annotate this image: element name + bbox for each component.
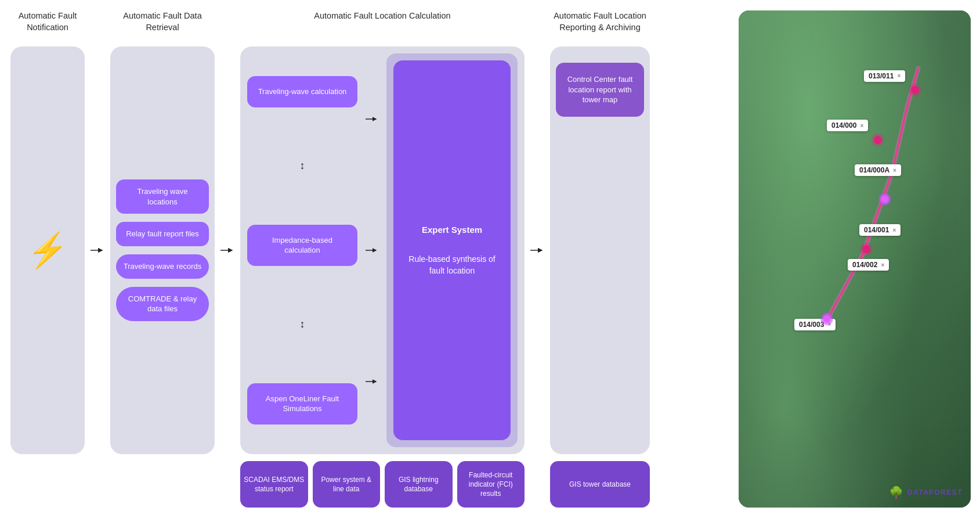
expert-system-title: Expert System xyxy=(422,224,482,236)
col2-data-retrieval: Automatic Fault Data Retrieval Traveling… xyxy=(110,10,215,454)
arrow-right-icon xyxy=(89,244,106,256)
arrow-2-3 xyxy=(219,10,236,454)
db-spacer1 xyxy=(10,461,85,508)
db-spacer-arrow3 xyxy=(529,461,545,508)
map-tag-013011: 013/011 × xyxy=(864,70,905,82)
bidirectional-arrow-1: ↕ xyxy=(300,160,305,172)
logo-text: DATAFOREST xyxy=(907,488,963,497)
db-box-4: GIS tower database xyxy=(550,461,650,508)
col4-reporting: Automatic Fault Location Reporting & Arc… xyxy=(550,10,650,454)
col4-box: Control Center fault location report wit… xyxy=(556,63,644,117)
db-spacer-arrow2 xyxy=(219,461,236,508)
col3-title: Automatic Fault Location Calculation xyxy=(314,10,450,41)
arrow-3-4 xyxy=(529,10,545,454)
col4-section: Control Center fault location report wit… xyxy=(550,46,650,454)
tag-label-014000a: 014/000A xyxy=(859,166,889,174)
col3-left-boxes: Traveling-wave calculation ↕ Impedance-b… xyxy=(247,53,357,447)
map-dot-glow-1 xyxy=(820,312,833,325)
dataforest-logo: 🌳 DATAFOREST xyxy=(889,485,963,499)
tag-label-014000: 014/000 xyxy=(831,121,856,130)
expert-system-desc: Rule-based synthesis of fault location xyxy=(404,253,500,277)
db-boxes-col4: GIS tower database xyxy=(550,461,650,508)
db-boxes-col3: SCADAI EMS/DMS status report Power syste… xyxy=(240,461,525,508)
diagram-area: Automatic Fault Notification ⚡ Automatic… xyxy=(10,10,734,508)
col2-box-3: COMTRADE & relay data files xyxy=(116,287,209,321)
tag-label-014002: 014/002 xyxy=(852,261,877,269)
lightning-icon: ⚡ xyxy=(26,232,69,268)
map-dot-glow-0 xyxy=(878,193,891,206)
tag-close-014002[interactable]: × xyxy=(881,262,884,268)
tree-icon: 🌳 xyxy=(889,485,904,499)
db-box-0: SCADAI EMS/DMS status report xyxy=(240,461,308,508)
col1-title: Automatic Fault Notification xyxy=(10,10,85,41)
col2-section: Traveling wave locations Relay fault rep… xyxy=(110,46,215,454)
col3-inner: Traveling-wave calculation ↕ Impedance-b… xyxy=(247,53,518,447)
col3-imp-calc: Impedance-based calculation xyxy=(247,225,357,266)
col2-box-1: Relay fault report files xyxy=(116,222,209,246)
map-dot-2 xyxy=(862,245,870,253)
database-row: SCADAI EMS/DMS status report Power syste… xyxy=(10,461,734,508)
map-dot-1 xyxy=(874,136,882,144)
arrow-1-2 xyxy=(89,10,106,454)
map-tag-014000a: 014/000A × xyxy=(855,164,901,176)
expert-system-container: Expert System Rule-based synthesis of fa… xyxy=(386,53,518,447)
map-tag-014000: 014/000 × xyxy=(827,120,868,131)
db-box-2: GIS lightning database xyxy=(385,461,453,508)
col1-section: ⚡ xyxy=(10,46,85,454)
col3-section: Traveling-wave calculation ↕ Impedance-b… xyxy=(240,46,525,454)
col2-box-2: Traveling-wave records xyxy=(116,254,209,279)
map-dot-0 xyxy=(911,86,919,94)
tag-label-013011: 013/011 xyxy=(869,72,894,80)
bidirectional-arrow-2: ↕ xyxy=(300,318,305,330)
tag-close-014000a[interactable]: × xyxy=(893,167,896,174)
col2-box-0: Traveling wave locations xyxy=(116,179,209,214)
tag-close-014001[interactable]: × xyxy=(892,227,896,233)
col4-title: Automatic Fault Location Reporting & Arc… xyxy=(550,10,650,41)
col2-title: Automatic Fault Data Retrieval xyxy=(110,10,215,41)
map-tag-014002: 014/002 × xyxy=(848,259,889,271)
arrow-right-icon-2 xyxy=(219,244,236,256)
col1-notification: Automatic Fault Notification ⚡ xyxy=(10,10,85,454)
db-spacer2 xyxy=(110,461,215,508)
tag-label-014001: 014/001 xyxy=(864,226,889,234)
db-box-3: Faulted-circuit indicator (FCI) results xyxy=(457,461,525,508)
col3-calculation: Automatic Fault Location Calculation Tra… xyxy=(240,10,525,454)
tag-close-014000[interactable]: × xyxy=(860,123,863,129)
db-box-1: Power system & line data xyxy=(313,461,381,508)
page-container: Automatic Fault Notification ⚡ Automatic… xyxy=(0,0,980,518)
tag-label-014003: 014/003 xyxy=(799,321,824,329)
tag-close-013011[interactable]: × xyxy=(897,73,901,79)
col3-tw-calc: Traveling-wave calculation xyxy=(247,76,357,107)
expert-system-box: Expert System Rule-based synthesis of fa… xyxy=(393,60,511,440)
cols-row: Automatic Fault Notification ⚡ Automatic… xyxy=(10,10,734,454)
map-panel: 013/011 × 014/000 × 014/000A × 014/001 ×… xyxy=(739,10,971,508)
db-spacer-arrow1 xyxy=(89,461,106,508)
col3-arrows-mid xyxy=(363,53,381,447)
col3-aspen: Aspen OneLiner Fault Simulations xyxy=(247,383,357,425)
map-tag-014001: 014/001 × xyxy=(859,224,901,236)
